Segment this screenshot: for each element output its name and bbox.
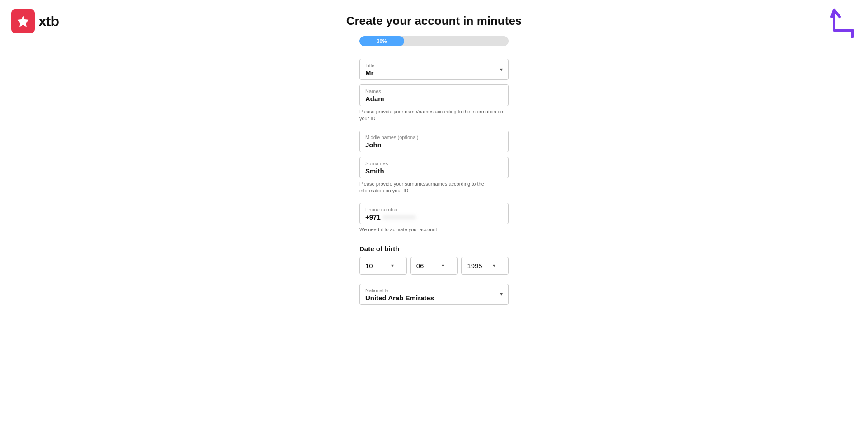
dob-section: Date of birth 10 ▾ 06 ▾ 1995 ▾	[359, 241, 509, 279]
names-value: Adam	[365, 95, 384, 103]
form-container: Title Mr ▾ Names Adam Please provide you…	[359, 59, 509, 309]
middle-names-input[interactable]: Middle names (optional) John	[359, 131, 509, 152]
logo-header: xtb	[11, 9, 59, 33]
svg-marker-0	[17, 16, 29, 27]
surnames-label: Surnames	[365, 161, 503, 166]
middle-names-label: Middle names (optional)	[365, 135, 503, 140]
dob-month-value: 06	[416, 262, 424, 270]
title-value: Mr	[365, 69, 492, 77]
dob-day-select[interactable]: 10 ▾	[359, 257, 407, 275]
names-field-wrapper: Names Adam Please provide your name/name…	[359, 84, 509, 126]
main-content: Create your account in minutes 30% Title…	[0, 0, 868, 309]
dob-year-chevron-icon: ▾	[493, 262, 495, 269]
nationality-value: United Arab Emirates	[365, 294, 492, 302]
phone-row: +971 ••••••••••	[365, 213, 503, 221]
title-label: Title	[365, 63, 492, 68]
surnames-hint: Please provide your surname/surnames acc…	[359, 181, 509, 195]
surnames-input[interactable]: Surnames Smith	[359, 157, 509, 178]
nationality-select[interactable]: Nationality United Arab Emirates ▾	[359, 284, 509, 305]
progress-bar-container: 30%	[359, 36, 509, 46]
dob-row: 10 ▾ 06 ▾ 1995 ▾	[359, 257, 509, 275]
progress-bar-fill: 30%	[359, 36, 404, 46]
names-input[interactable]: Names Adam	[359, 84, 509, 106]
surnames-field-wrapper: Surnames Smith Please provide your surna…	[359, 157, 509, 198]
title-chevron-icon: ▾	[500, 66, 503, 73]
title-select[interactable]: Title Mr ▾	[359, 59, 509, 80]
dob-day-value: 10	[365, 262, 373, 270]
dob-year-select[interactable]: 1995 ▾	[461, 257, 509, 275]
logo-box	[11, 9, 35, 33]
top-right-lc-icon	[830, 8, 857, 41]
lc-brand-icon	[830, 8, 857, 39]
middle-names-field-wrapper: Middle names (optional) John	[359, 131, 509, 152]
page-title: Create your account in minutes	[346, 14, 522, 28]
xtb-logo-icon	[16, 14, 30, 28]
names-label: Names	[365, 89, 503, 94]
middle-names-value: John	[365, 141, 382, 149]
title-field-wrapper: Title Mr ▾	[359, 59, 509, 80]
names-hint: Please provide your name/names according…	[359, 108, 509, 122]
dob-month-select[interactable]: 06 ▾	[410, 257, 458, 275]
phone-label: Phone number	[365, 207, 503, 212]
nationality-label: Nationality	[365, 288, 492, 293]
phone-number-blurred: ••••••••••	[383, 213, 416, 221]
phone-code: +971	[365, 213, 381, 221]
phone-input[interactable]: Phone number +971 ••••••••••	[359, 203, 509, 224]
dob-month-chevron-icon: ▾	[442, 262, 444, 269]
dob-label: Date of birth	[359, 245, 509, 252]
progress-label: 30%	[377, 38, 387, 44]
surnames-value: Smith	[365, 167, 384, 175]
dob-day-chevron-icon: ▾	[391, 262, 394, 269]
phone-field-wrapper: Phone number +971 •••••••••• We need it …	[359, 203, 509, 237]
phone-hint: We need it to activate your account	[359, 226, 509, 233]
nationality-field-wrapper: Nationality United Arab Emirates ▾	[359, 284, 509, 305]
logo-text: xtb	[38, 13, 59, 30]
dob-year-value: 1995	[467, 262, 482, 270]
nationality-chevron-icon: ▾	[500, 291, 503, 297]
